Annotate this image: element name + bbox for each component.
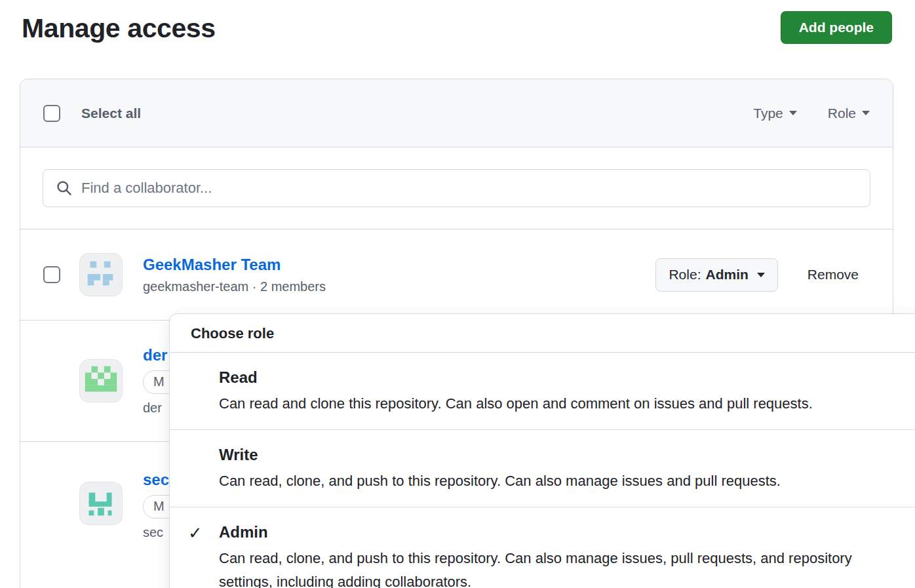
collaborator-link[interactable]: der [143, 346, 167, 364]
avatar [79, 359, 123, 402]
role-option-title: Write [219, 446, 915, 464]
role-option-read[interactable]: Read Can read and clone this repository.… [170, 353, 915, 430]
select-all-label: Select all [81, 106, 141, 121]
role-option-description: Can read and clone this repository. Can … [219, 392, 915, 416]
row-checkbox[interactable] [43, 266, 60, 283]
search-row [20, 147, 893, 229]
page-title: Manage access [22, 13, 216, 44]
collaborator-link[interactable]: sec [143, 471, 169, 489]
collaborator-meta: geekmasher-team · 2 members [143, 279, 326, 294]
role-filter-label: Role [828, 106, 856, 121]
role-option-admin[interactable]: ✓ Admin Can read, clone, and push to thi… [170, 507, 915, 588]
role-value: Admin [705, 267, 748, 283]
table-row: GeekMasher Team geekmasher-team · 2 memb… [20, 229, 893, 321]
avatar [79, 253, 123, 296]
search-icon [55, 179, 73, 197]
avatar [79, 482, 123, 525]
role-filter-dropdown[interactable]: Role [828, 106, 870, 121]
role-option-description: Can read, clone, and push to this reposi… [219, 547, 878, 588]
chevron-down-icon [789, 111, 797, 115]
role-option-write[interactable]: Write Can read, clone, and push to this … [170, 430, 915, 507]
role-option-description: Can read, clone, and push to this reposi… [219, 469, 915, 493]
role-option-title: Read [219, 368, 915, 387]
chevron-down-icon [757, 273, 765, 277]
filters: Type Role [753, 106, 873, 121]
add-people-button[interactable]: Add people [781, 11, 892, 44]
collaborator-link[interactable]: GeekMasher Team [143, 256, 281, 274]
choose-role-menu: Choose role Read Can read and clone this… [169, 313, 915, 588]
type-filter-dropdown[interactable]: Type [753, 106, 797, 121]
type-filter-label: Type [753, 106, 783, 121]
chevron-down-icon [862, 111, 870, 115]
panel-header: Select all Type Role [20, 79, 893, 147]
select-all-checkbox[interactable] [43, 105, 60, 122]
search-input[interactable] [43, 169, 870, 207]
role-select-button[interactable]: Role: Admin [655, 258, 777, 292]
choose-role-title: Choose role [170, 314, 915, 353]
remove-button[interactable]: Remove [808, 267, 859, 283]
role-option-title: Admin [219, 523, 915, 541]
check-icon: ✓ [188, 523, 203, 543]
role-prefix: Role: [669, 267, 701, 283]
